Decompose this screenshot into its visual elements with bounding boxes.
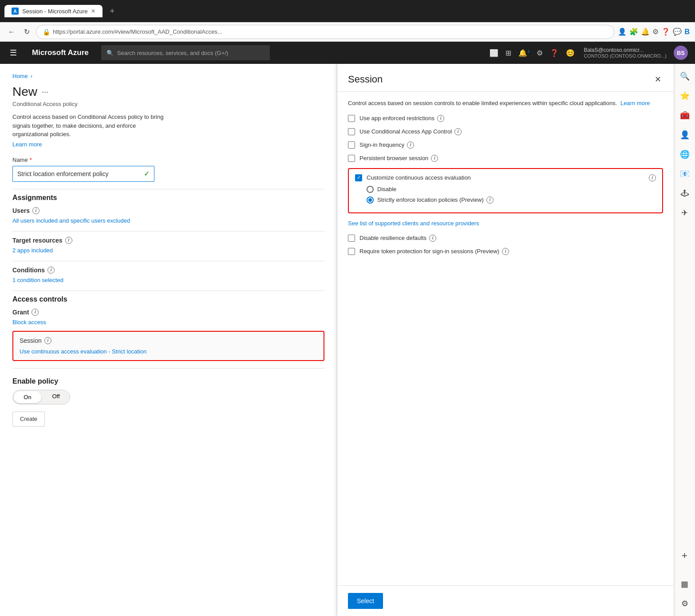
session-value[interactable]: Use continuous access evaluation - Stric… [20,348,146,355]
cae-checkbox[interactable]: ✓ [355,174,362,181]
sign-in-freq-checkbox[interactable] [348,141,355,149]
checkbox-token-protection: Require token protection for sign-in ses… [348,248,663,255]
new-tab-button[interactable]: + [106,5,118,18]
feedback-face[interactable]: 😊 [564,47,577,59]
target-divider [12,231,324,231]
cae-box: ✓ Customize continuous access evaluation… [348,168,663,213]
persistent-browser-info[interactable]: i [431,155,438,162]
grant-value[interactable]: Block access [12,319,46,326]
conditions-info-icon[interactable]: i [47,267,55,274]
name-input[interactable]: Strict location enforcement policy ✓ [12,166,154,182]
cae-info-icon[interactable]: i [649,174,656,181]
session-pane: Session ✕ Control access based on sessio… [337,64,674,616]
pane-body: Control access based on session controls… [337,92,674,585]
checkbox-sign-in-freq: Sign-in frequency i [348,141,663,149]
persistent-browser-checkbox[interactable] [348,155,355,162]
persistent-browser-label: Persistent browser session i [359,155,438,162]
cloud-shell-icon[interactable]: ⬜ [488,47,500,59]
sidebar-gear-icon[interactable]: ⚙ [676,595,694,612]
toggle-off-option[interactable]: Off [42,390,70,404]
user-info: BalaS@contoso.onmicr... CONTOSO (CONTOSO… [580,47,670,59]
address-bar[interactable]: 🔒 https://portal.azure.com/#view/Microso… [36,25,614,39]
sidebar-globe-icon[interactable]: 🌐 [676,145,694,163]
browser-tab[interactable]: A Session - Microsoft Azure ✕ [4,5,103,17]
sidebar-layout-icon[interactable]: ▦ [676,575,694,593]
extensions-icon[interactable]: 🧩 [629,27,638,36]
app-enforced-info[interactable]: i [437,115,444,122]
sign-in-freq-info[interactable]: i [407,141,414,149]
azure-topbar: ☰ Microsoft Azure 🔍 Search resources, se… [0,42,695,64]
session-info-icon[interactable]: i [44,337,51,344]
sidebar-user-icon[interactable]: 👤 [676,126,694,144]
sidebar-toolkit-icon[interactable]: 🧰 [676,106,694,124]
select-button[interactable]: Select [348,593,383,609]
sidebar-plane-icon[interactable]: ✈ [676,204,694,222]
azure-logo: Microsoft Azure [25,48,96,57]
pane-learn-more-link[interactable]: Learn more [620,100,650,106]
directory-icon[interactable]: ⊞ [504,47,513,59]
checkbox-app-enforced: Use app enforced restrictions i [348,115,663,122]
notification-bell[interactable]: 🔔1 [517,47,531,59]
pane-description: Control access based on session controls… [348,99,663,108]
session-box-title: Session i [20,337,317,344]
settings-icon[interactable]: ⚙ [652,27,659,36]
target-resources-subsection: Target resources i 2 apps included [12,237,324,254]
sidebar-add-icon[interactable]: + [676,547,694,565]
enable-policy-toggle[interactable]: On Off [12,390,70,404]
help-circle[interactable]: ❓ [548,47,561,59]
required-star: * [30,157,32,163]
create-button[interactable]: Create [12,412,45,427]
disable-resilience-checkbox[interactable] [348,235,355,242]
token-protection-checkbox[interactable] [348,248,355,255]
ca-app-control-info[interactable]: i [454,128,462,135]
bing-icon[interactable]: B [684,28,690,36]
app-enforced-checkbox[interactable] [348,115,355,122]
page-title-text: New [12,85,37,99]
close-pane-button[interactable]: ✕ [653,73,663,86]
disable-resilience-info[interactable]: i [429,235,436,242]
target-resources-value[interactable]: 2 apps included [12,247,53,254]
radio-disable: Disable [367,186,656,193]
name-section: Name * Strict location enforcement polic… [12,157,324,182]
grant-info-icon[interactable]: i [32,309,39,316]
notifications-icon[interactable]: 🔔 [641,27,650,36]
supported-clients-link[interactable]: See list of supported clients and resour… [348,220,663,228]
tab-close-button[interactable]: ✕ [91,8,95,14]
toggle-on-option[interactable]: On [14,391,41,403]
breadcrumb-home[interactable]: Home [12,73,28,79]
learn-more-link[interactable]: Learn more [12,141,42,148]
grant-subsection: Grant i Block access [12,309,324,326]
azure-search-box[interactable]: 🔍 Search resources, services, and docs (… [101,45,270,60]
radio-disable-input[interactable] [367,186,374,193]
profile-icon[interactable]: 👤 [618,27,627,36]
assignments-divider [12,189,324,189]
hamburger-menu[interactable]: ☰ [7,45,20,60]
users-info-icon[interactable]: i [32,207,39,214]
azure-search-placeholder: Search resources, services, and docs (G+… [117,50,228,56]
tab-title: Session - Microsoft Azure [22,8,87,15]
sidebar-game-icon[interactable]: 🕹 [676,184,694,202]
sidebar-search-icon[interactable]: 🔍 [676,67,694,85]
checkbox-ca-app-control: Use Conditional Access App Control i [348,128,663,135]
conditions-divider [12,261,324,261]
page-title: New ··· [12,85,324,99]
sidebar-mail-icon[interactable]: 📧 [676,165,694,183]
conditions-value[interactable]: 1 condition selected [12,277,63,283]
strict-location-info-icon[interactable]: i [486,196,494,204]
access-controls-divider [12,290,324,291]
feedback-icon[interactable]: 💬 [673,27,682,36]
token-protection-info[interactable]: i [502,248,509,255]
page-title-ellipsis[interactable]: ··· [42,87,48,97]
forward-button[interactable]: ↻ [21,25,32,39]
ca-app-control-checkbox[interactable] [348,128,355,135]
radio-strict-location-input[interactable] [367,196,374,204]
help-icon[interactable]: ❓ [661,27,670,36]
token-protection-label: Require token protection for sign-in ses… [359,248,509,255]
users-value[interactable]: All users included and specific users ex… [12,217,130,224]
name-input-value: Strict location enforcement policy [17,170,108,177]
back-button[interactable]: ← [5,25,18,39]
sidebar-favorites-icon[interactable]: ⭐ [676,87,694,105]
user-avatar[interactable]: BS [674,46,688,60]
target-info-icon[interactable]: i [65,237,72,244]
settings-gear[interactable]: ⚙ [535,47,545,59]
